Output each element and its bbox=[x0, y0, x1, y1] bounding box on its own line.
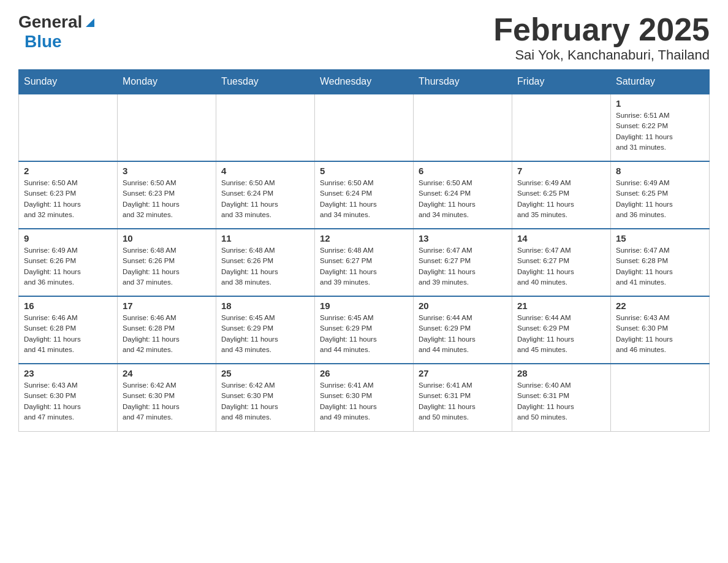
calendar-cell: 13Sunrise: 6:47 AMSunset: 6:27 PMDayligh… bbox=[414, 229, 512, 296]
day-number: 1 bbox=[616, 98, 704, 109]
calendar-cell: 19Sunrise: 6:45 AMSunset: 6:29 PMDayligh… bbox=[315, 296, 414, 364]
page-header: General Blue February 2025 Sai Yok, Kanc… bbox=[18, 12, 710, 63]
calendar-week-1: 1Sunrise: 6:51 AMSunset: 6:22 PMDaylight… bbox=[19, 94, 710, 161]
calendar-title: February 2025 bbox=[493, 12, 710, 47]
day-info: Sunrise: 6:44 AMSunset: 6:29 PMDaylight:… bbox=[517, 313, 605, 355]
calendar-cell: 21Sunrise: 6:44 AMSunset: 6:29 PMDayligh… bbox=[512, 296, 611, 364]
calendar-cell: 16Sunrise: 6:46 AMSunset: 6:28 PMDayligh… bbox=[19, 296, 118, 364]
calendar-cell bbox=[216, 94, 315, 161]
calendar-cell: 24Sunrise: 6:42 AMSunset: 6:30 PMDayligh… bbox=[118, 364, 216, 431]
calendar-cell: 20Sunrise: 6:44 AMSunset: 6:29 PMDayligh… bbox=[414, 296, 512, 364]
day-number: 14 bbox=[517, 233, 605, 243]
calendar-cell: 22Sunrise: 6:43 AMSunset: 6:30 PMDayligh… bbox=[611, 296, 710, 364]
calendar-cell: 10Sunrise: 6:48 AMSunset: 6:26 PMDayligh… bbox=[118, 229, 216, 296]
calendar-cell: 1Sunrise: 6:51 AMSunset: 6:22 PMDaylight… bbox=[611, 94, 710, 161]
day-number: 10 bbox=[123, 233, 211, 243]
calendar-cell: 18Sunrise: 6:45 AMSunset: 6:29 PMDayligh… bbox=[216, 296, 315, 364]
day-number: 11 bbox=[221, 233, 309, 243]
weekday-header-thursday: Thursday bbox=[414, 70, 512, 94]
calendar-week-4: 16Sunrise: 6:46 AMSunset: 6:28 PMDayligh… bbox=[19, 296, 710, 364]
day-number: 28 bbox=[517, 368, 605, 378]
weekday-header-saturday: Saturday bbox=[611, 70, 710, 94]
day-number: 18 bbox=[221, 301, 309, 311]
day-info: Sunrise: 6:46 AMSunset: 6:28 PMDaylight:… bbox=[123, 313, 211, 355]
day-number: 26 bbox=[320, 368, 408, 378]
day-number: 7 bbox=[517, 166, 605, 176]
day-info: Sunrise: 6:48 AMSunset: 6:27 PMDaylight:… bbox=[320, 245, 408, 288]
day-number: 12 bbox=[320, 233, 408, 243]
day-info: Sunrise: 6:48 AMSunset: 6:26 PMDaylight:… bbox=[221, 245, 309, 288]
calendar-cell: 17Sunrise: 6:46 AMSunset: 6:28 PMDayligh… bbox=[118, 296, 216, 364]
calendar-cell bbox=[512, 94, 611, 161]
day-info: Sunrise: 6:50 AMSunset: 6:23 PMDaylight:… bbox=[123, 178, 211, 220]
day-number: 6 bbox=[419, 166, 507, 176]
calendar-cell bbox=[118, 94, 216, 161]
day-info: Sunrise: 6:50 AMSunset: 6:24 PMDaylight:… bbox=[320, 178, 408, 220]
logo: General Blue bbox=[18, 12, 97, 52]
calendar-cell: 27Sunrise: 6:41 AMSunset: 6:31 PMDayligh… bbox=[414, 364, 512, 431]
day-info: Sunrise: 6:44 AMSunset: 6:29 PMDaylight:… bbox=[419, 313, 507, 355]
calendar-cell bbox=[19, 94, 118, 161]
calendar-week-3: 9Sunrise: 6:49 AMSunset: 6:26 PMDaylight… bbox=[19, 229, 710, 296]
day-number: 19 bbox=[320, 301, 408, 311]
day-info: Sunrise: 6:47 AMSunset: 6:27 PMDaylight:… bbox=[517, 245, 605, 288]
calendar-cell: 23Sunrise: 6:43 AMSunset: 6:30 PMDayligh… bbox=[19, 364, 118, 431]
day-info: Sunrise: 6:49 AMSunset: 6:26 PMDaylight:… bbox=[24, 245, 112, 288]
day-info: Sunrise: 6:42 AMSunset: 6:30 PMDaylight:… bbox=[123, 380, 211, 423]
calendar-subtitle: Sai Yok, Kanchanaburi, Thailand bbox=[493, 47, 710, 63]
calendar-cell: 7Sunrise: 6:49 AMSunset: 6:25 PMDaylight… bbox=[512, 161, 611, 229]
day-info: Sunrise: 6:49 AMSunset: 6:25 PMDaylight:… bbox=[517, 178, 605, 220]
day-info: Sunrise: 6:43 AMSunset: 6:30 PMDaylight:… bbox=[24, 380, 112, 423]
day-number: 4 bbox=[221, 166, 309, 176]
calendar-cell: 25Sunrise: 6:42 AMSunset: 6:30 PMDayligh… bbox=[216, 364, 315, 431]
day-info: Sunrise: 6:47 AMSunset: 6:27 PMDaylight:… bbox=[419, 245, 507, 288]
calendar-cell: 2Sunrise: 6:50 AMSunset: 6:23 PMDaylight… bbox=[19, 161, 118, 229]
day-number: 25 bbox=[221, 368, 309, 378]
weekday-header-sunday: Sunday bbox=[19, 70, 118, 94]
day-number: 9 bbox=[24, 233, 112, 243]
day-number: 5 bbox=[320, 166, 408, 176]
day-info: Sunrise: 6:50 AMSunset: 6:24 PMDaylight:… bbox=[221, 178, 309, 220]
calendar-cell bbox=[414, 94, 512, 161]
calendar-cell: 8Sunrise: 6:49 AMSunset: 6:25 PMDaylight… bbox=[611, 161, 710, 229]
day-info: Sunrise: 6:50 AMSunset: 6:24 PMDaylight:… bbox=[419, 178, 507, 220]
day-number: 2 bbox=[24, 166, 112, 176]
calendar-cell: 26Sunrise: 6:41 AMSunset: 6:30 PMDayligh… bbox=[315, 364, 414, 431]
day-info: Sunrise: 6:49 AMSunset: 6:25 PMDaylight:… bbox=[616, 178, 704, 220]
calendar-cell: 14Sunrise: 6:47 AMSunset: 6:27 PMDayligh… bbox=[512, 229, 611, 296]
day-number: 3 bbox=[123, 166, 211, 176]
calendar-header-row: SundayMondayTuesdayWednesdayThursdayFrid… bbox=[19, 70, 710, 94]
day-info: Sunrise: 6:41 AMSunset: 6:31 PMDaylight:… bbox=[419, 380, 507, 423]
day-info: Sunrise: 6:51 AMSunset: 6:22 PMDaylight:… bbox=[616, 110, 704, 153]
day-info: Sunrise: 6:48 AMSunset: 6:26 PMDaylight:… bbox=[123, 245, 211, 288]
day-info: Sunrise: 6:41 AMSunset: 6:30 PMDaylight:… bbox=[320, 380, 408, 423]
calendar-cell: 6Sunrise: 6:50 AMSunset: 6:24 PMDaylight… bbox=[414, 161, 512, 229]
day-number: 20 bbox=[419, 301, 507, 311]
calendar-cell: 15Sunrise: 6:47 AMSunset: 6:28 PMDayligh… bbox=[611, 229, 710, 296]
day-info: Sunrise: 6:47 AMSunset: 6:28 PMDaylight:… bbox=[616, 245, 704, 288]
calendar-cell bbox=[315, 94, 414, 161]
day-number: 13 bbox=[419, 233, 507, 243]
day-info: Sunrise: 6:43 AMSunset: 6:30 PMDaylight:… bbox=[616, 313, 704, 355]
svg-marker-0 bbox=[86, 18, 94, 27]
day-number: 15 bbox=[616, 233, 704, 243]
weekday-header-wednesday: Wednesday bbox=[315, 70, 414, 94]
calendar-cell: 4Sunrise: 6:50 AMSunset: 6:24 PMDaylight… bbox=[216, 161, 315, 229]
day-info: Sunrise: 6:45 AMSunset: 6:29 PMDaylight:… bbox=[221, 313, 309, 355]
day-info: Sunrise: 6:45 AMSunset: 6:29 PMDaylight:… bbox=[320, 313, 408, 355]
calendar-cell bbox=[611, 364, 710, 431]
weekday-header-friday: Friday bbox=[512, 70, 611, 94]
calendar-cell: 3Sunrise: 6:50 AMSunset: 6:23 PMDaylight… bbox=[118, 161, 216, 229]
day-number: 8 bbox=[616, 166, 704, 176]
day-number: 24 bbox=[123, 368, 211, 378]
calendar-week-5: 23Sunrise: 6:43 AMSunset: 6:30 PMDayligh… bbox=[19, 364, 710, 431]
calendar-table: SundayMondayTuesdayWednesdayThursdayFrid… bbox=[18, 69, 710, 432]
logo-triangle-icon bbox=[83, 16, 97, 29]
calendar-title-block: February 2025 Sai Yok, Kanchanaburi, Tha… bbox=[493, 12, 710, 63]
weekday-header-tuesday: Tuesday bbox=[216, 70, 315, 94]
day-number: 22 bbox=[616, 301, 704, 311]
calendar-cell: 11Sunrise: 6:48 AMSunset: 6:26 PMDayligh… bbox=[216, 229, 315, 296]
day-number: 17 bbox=[123, 301, 211, 311]
weekday-header-monday: Monday bbox=[118, 70, 216, 94]
logo-general-text: General bbox=[18, 12, 82, 32]
